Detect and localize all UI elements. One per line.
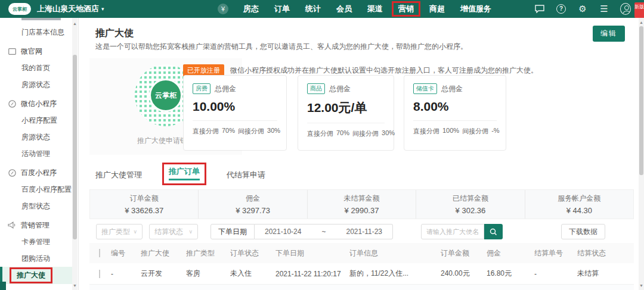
sidebar-item-baidu-miniprogram[interactable]: 百度小程序 — [0, 164, 73, 181]
sidebar-scrollbar[interactable]: ▲ ▼ — [72, 18, 78, 290]
room-fee-tag: 房费 — [193, 83, 210, 94]
hotel-name: 上海山泉天地酒店 — [37, 4, 99, 14]
message-icon[interactable] — [534, 4, 545, 14]
room-fee-commission-split: 直接分佣70% 间接分佣30% — [193, 127, 277, 136]
app-logo[interactable]: 云掌柜 — [8, 3, 31, 15]
nav-mall[interactable]: 商超 — [422, 0, 453, 18]
cell-commission: 16.80元 — [487, 269, 534, 279]
stored-value-commission-split: 直接分佣100% 间接分佣-% — [413, 127, 497, 136]
sidebar-item-my-homepage[interactable]: 我的首页 — [0, 60, 73, 76]
header-order-info: 订单信息 — [349, 248, 430, 258]
header-order-amount: 订单金额 — [430, 248, 487, 258]
header-ambassador: 推广大使 — [141, 248, 186, 258]
goods-commission-value: 12.00元/单 — [307, 99, 385, 116]
cell-settlement-no: - — [534, 270, 577, 278]
scroll-down-icon[interactable]: ▼ — [72, 283, 78, 288]
topbar-icon-group: ? ⚙ ☰ — [534, 0, 631, 18]
sidebar-item-activity-management[interactable]: 活动管理 — [0, 145, 73, 162]
registration-banner-text: 微信小程序授权成功并在推广大使默认设置中勾选开放注册入口，客人可注册成为您的推广… — [230, 66, 538, 76]
nav-statistics[interactable]: 统计 — [298, 0, 329, 18]
table-row[interactable]: - 云开发 客房 未入住 2021-11-22 11:20:17 新的，11/2… — [89, 263, 634, 285]
date-range-picker[interactable]: 2021-10-24 ~ 2021-11-23 — [255, 224, 393, 239]
summary-service-account-amount: 服务帐户金额 ¥ 44.30 — [525, 190, 633, 219]
edit-button[interactable]: 编辑 — [593, 26, 625, 42]
sidebar-item-wechat-miniprogram[interactable]: 微信小程序 — [0, 95, 73, 112]
sidebar-item-room-status[interactable]: 房源状态 — [0, 76, 73, 93]
ambassador-search — [421, 224, 503, 239]
date-to[interactable]: 2021-11-23 — [346, 227, 382, 236]
header-order-status: 订单状态 — [230, 248, 275, 258]
sidebar-item-marketing-management[interactable]: 营销管理 — [0, 217, 73, 233]
sidebar-item-store-basic-info[interactable]: 门店基本信息 — [0, 24, 73, 40]
sidebar-item-promotion-ambassador[interactable]: 推广大使 — [0, 267, 73, 284]
help-icon[interactable]: ? — [556, 4, 566, 14]
tab-ambassador-management[interactable]: 推广大使管理 — [95, 170, 142, 185]
app-window: 云掌柜 上海山泉天地酒店 ▾ ¥ 房态 订单 统计 会员 渠道 营销 商超 增值… — [0, 0, 644, 290]
select-all-checkbox[interactable] — [99, 249, 100, 257]
divider — [307, 123, 385, 123]
header-order-date: 下单日期 — [275, 248, 349, 258]
new-version-badge[interactable]: 新版 — [634, 2, 644, 18]
cell-settlement-status: 未结算 — [577, 269, 631, 279]
sidebar-item-coupon-management[interactable]: 卡券管理 — [0, 233, 73, 250]
scroll-down-icon[interactable]: ▼ — [639, 283, 644, 288]
hotel-selector[interactable]: 上海山泉天地酒店 ▾ — [37, 4, 104, 14]
nav-orders[interactable]: 订单 — [267, 0, 298, 18]
stored-value-commission-value: 8.00% — [413, 99, 497, 114]
clipped-sidebar-item — [21, 18, 61, 20]
annotation-box: 推广大使 — [10, 267, 52, 283]
sidebar-item-group-buy[interactable]: 团购活动 — [0, 250, 73, 267]
header-commission: 佣金 — [487, 248, 534, 258]
goods-commission-split: 直接分佣70% 间接分佣30% — [307, 129, 385, 138]
cell-order-date: 2021-11-22 11:20:17 — [275, 270, 349, 278]
nav-marketing[interactable]: 营销 — [392, 1, 420, 17]
room-fee-commission-value: 10.00% — [193, 99, 277, 114]
search-icon — [490, 228, 497, 236]
nav-channels[interactable]: 渠道 — [360, 0, 391, 18]
nav-members[interactable]: 会员 — [329, 0, 360, 18]
sidebar: 门店基本信息 微官网 我的首页 房源状态 微信小程序 小程序配置 房源状态 活动… — [0, 18, 79, 290]
baidu-miniprogram-icon — [8, 169, 16, 177]
promotion-type-select[interactable]: 推广类型 ∨ — [96, 224, 143, 239]
search-button[interactable] — [484, 224, 503, 239]
sidebar-item-roomtype-status[interactable]: 房型状态 — [0, 198, 73, 214]
search-input[interactable] — [421, 224, 484, 239]
sidebar-item-baidu-miniprogram-config[interactable]: 百度小程序配置 — [0, 181, 73, 198]
goods-commission-card: 商品 总佣金 12.00元/单 直接分佣70% 间接分佣30% — [298, 75, 394, 151]
scroll-up-icon[interactable]: ▲ — [72, 21, 78, 26]
sidebar-item-room-status-2[interactable]: 房源状态 — [0, 129, 73, 145]
currency-circle-icon[interactable]: ¥ — [218, 4, 228, 14]
scroll-up-icon[interactable]: ▲ — [639, 20, 644, 24]
cell-ambassador: 云开发 — [141, 269, 186, 279]
total-commission-label: 总佣金 — [441, 84, 463, 94]
row-checkbox[interactable] — [99, 270, 100, 278]
date-separator: ~ — [321, 227, 326, 236]
sidebar-item-miniprogram-config[interactable]: 小程序配置 — [0, 112, 73, 129]
settlement-status-select[interactable]: 结算状态 ∨ — [149, 224, 198, 239]
filter-bar: 推广类型 ∨ 结算状态 ∨ 下单日期 2021-10-24 ~ 2021-11-… — [89, 224, 634, 239]
divider — [413, 120, 497, 121]
nav-value-added-services[interactable]: 增值服务 — [453, 0, 499, 18]
browser-window-icon — [8, 47, 16, 55]
page-scrollbar-thumb[interactable] — [639, 26, 643, 175]
nav-room-status[interactable]: 房态 — [236, 0, 267, 18]
total-commission-label: 总佣金 — [329, 84, 351, 94]
download-data-button[interactable]: 下载数据 — [561, 224, 605, 239]
gear-icon[interactable]: ⚙ — [577, 4, 588, 14]
date-from[interactable]: 2021-10-24 — [265, 227, 301, 236]
summary-order-amount: 订单金额 ¥ 33626.37 — [90, 190, 199, 219]
sidebar-scrollbar-thumb[interactable] — [73, 55, 77, 239]
tab-promotion-orders[interactable]: 推广订单 — [162, 163, 206, 185]
user-avatar[interactable] — [620, 4, 631, 14]
tab-settlement-application[interactable]: 代结算申请 — [227, 170, 265, 185]
page-title: 推广大使 — [95, 27, 134, 40]
menu-icon[interactable]: ☰ — [599, 4, 609, 14]
cell-promotion-type: 客房 — [186, 269, 230, 279]
cell-order-amount: 240.00元 — [430, 269, 487, 279]
page-scrollbar[interactable]: ▲ ▼ — [639, 18, 644, 290]
sidebar-menu: 门店基本信息 微官网 我的首页 房源状态 微信小程序 小程序配置 房源状态 活动… — [0, 24, 73, 284]
total-commission-label: 总佣金 — [215, 84, 236, 94]
room-fee-commission-card: 房费 总佣金 10.00% 直接分佣70% 间接分佣30% — [183, 75, 287, 151]
top-nav-menu: ¥ 房态 订单 统计 会员 渠道 营销 商超 增值服务 — [218, 0, 499, 18]
sidebar-item-micro-site[interactable]: 微官网 — [0, 43, 73, 60]
